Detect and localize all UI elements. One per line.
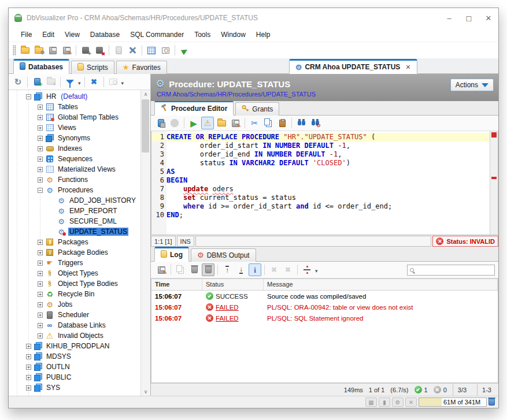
- code-line[interactable]: where id >= order_id_start and id <= ord…: [166, 202, 490, 211]
- find-icon[interactable]: [295, 117, 308, 129]
- expand-icon[interactable]: +: [38, 302, 43, 307]
- expand-icon[interactable]: +: [38, 157, 43, 162]
- code-area[interactable]: CREATE OR REPLACE PROCEDURE "HR"."UPDATE…: [166, 131, 490, 235]
- tree-item-object-types[interactable]: +§Object Types: [9, 268, 140, 278]
- expand-icon[interactable]: +: [38, 333, 43, 339]
- log-row[interactable]: 15:06:07✕FAILEDPL/SQL: ORA-00942: table …: [151, 302, 498, 313]
- export-log-icon[interactable]: [155, 263, 168, 276]
- add-connection-icon[interactable]: [31, 76, 43, 88]
- tab-dbms-output[interactable]: ⚙DBMS Output: [191, 248, 256, 262]
- expand-icon[interactable]: +: [38, 292, 43, 297]
- column-header-time[interactable]: Time: [151, 279, 202, 290]
- open-folder-icon[interactable]: [215, 117, 228, 129]
- log-row[interactable]: 15:06:07✕FAILEDPL/SQL: SQL Statement ign…: [151, 313, 498, 324]
- tree-item-global-temp-tables[interactable]: +Global Temp Tables: [9, 112, 140, 122]
- tree-item-update-status[interactable]: ⚙UPDATE_STATUS: [9, 226, 140, 237]
- tree-item-emp-report[interactable]: ⚙EMP_REPORT: [9, 206, 140, 216]
- connect-icon[interactable]: [79, 44, 92, 57]
- save-edit-icon[interactable]: [60, 44, 73, 57]
- code-line[interactable]: AS: [166, 168, 490, 176]
- dropdown-arrow-icon[interactable]: ▾: [77, 77, 82, 87]
- code-line[interactable]: BEGIN: [166, 176, 490, 185]
- connections-status-icon[interactable]: ▮: [379, 397, 390, 407]
- code-line[interactable]: order_id_start IN NUMBER DEFAULT -1,: [166, 142, 490, 150]
- breadcrumb[interactable]: CRM Ahoa/Schemas/HR/Procedures/UPDATE_ST…: [157, 91, 494, 98]
- warning-toggle-icon[interactable]: ⚠: [201, 117, 214, 129]
- tree-item-packages[interactable]: +Packages: [9, 237, 140, 247]
- actions-button[interactable]: Actions: [450, 79, 494, 91]
- tree-item-procedures[interactable]: −⚙Procedures: [9, 185, 140, 195]
- menu-database[interactable]: Database: [85, 29, 125, 40]
- find-replace-icon[interactable]: [309, 117, 321, 129]
- clear-log-icon[interactable]: [188, 263, 201, 276]
- save-procedure-icon[interactable]: [154, 117, 167, 129]
- code-line[interactable]: END;: [166, 211, 490, 220]
- scroll-down-icon[interactable]: ∨: [144, 389, 148, 395]
- execute-icon[interactable]: ▶: [187, 117, 200, 129]
- expand-icon[interactable]: +: [38, 261, 43, 266]
- menu-edit[interactable]: Edit: [37, 29, 60, 40]
- copy-icon[interactable]: [262, 117, 275, 129]
- tab-scripts[interactable]: Scripts: [71, 61, 114, 74]
- tree-item-triggers[interactable]: +☛Triggers: [9, 258, 140, 268]
- expand-icon[interactable]: +: [38, 281, 43, 287]
- tree-item-outln[interactable]: +OUTLN: [9, 362, 140, 372]
- filter-icon[interactable]: [64, 76, 76, 88]
- code-line[interactable]: status IN VARCHAR2 DEFAULT 'CLOSED'): [166, 159, 490, 168]
- tree-item-invalid-objects[interactable]: +⚠Invalid Objects: [9, 330, 140, 341]
- collapse-all-icon[interactable]: ✖: [88, 76, 101, 88]
- collapse-icon[interactable]: −: [26, 94, 31, 99]
- disconnect-icon[interactable]: [93, 44, 106, 57]
- run-cursor-icon[interactable]: ▶: [178, 44, 191, 57]
- code-line[interactable]: set current_status = status: [166, 194, 490, 202]
- save-edit-icon[interactable]: [229, 117, 242, 129]
- tab-favorites[interactable]: ★Favorites: [116, 61, 167, 74]
- menu-window[interactable]: Window: [216, 29, 251, 40]
- scroll-bottom-icon[interactable]: ↓: [235, 263, 247, 276]
- insert-mode-indicator[interactable]: INS: [177, 236, 194, 247]
- expand-icon[interactable]: +: [38, 271, 43, 276]
- expand-icon[interactable]: +: [38, 115, 43, 120]
- tab-grants[interactable]: Grants: [235, 102, 279, 116]
- column-header-status[interactable]: Status: [202, 279, 264, 290]
- dropdown-arrow-icon[interactable]: ▾: [314, 265, 319, 275]
- expand-icon[interactable]: +: [26, 375, 31, 380]
- tree-item-object-type-bodies[interactable]: +§Object Type Bodies: [9, 278, 140, 289]
- tree-item-functions[interactable]: +⚙Functions: [9, 174, 140, 185]
- scroll-up-icon[interactable]: ∧: [144, 91, 148, 97]
- monitor-icon[interactable]: [159, 44, 172, 57]
- tree-item-scheduler[interactable]: +Scheduler: [9, 310, 140, 320]
- tree-item-hr[interactable]: −HR(Default): [9, 91, 140, 102]
- tree-item-sys[interactable]: +SYS: [9, 382, 140, 393]
- expand-icon[interactable]: +: [38, 125, 43, 131]
- menu-help[interactable]: Help: [251, 29, 276, 40]
- folder-settings-icon[interactable]: [32, 44, 45, 57]
- garbage-collect-icon[interactable]: [489, 399, 495, 406]
- expand-icon[interactable]: +: [38, 177, 43, 183]
- menu-sql-commander[interactable]: SQL Commander: [125, 29, 189, 40]
- expand-icon[interactable]: +: [38, 167, 43, 172]
- tab-log[interactable]: Log: [154, 247, 189, 262]
- error-marker[interactable]: [491, 177, 497, 179]
- grid-status-icon[interactable]: ▦: [365, 397, 377, 407]
- paste-icon[interactable]: [276, 117, 288, 129]
- column-header-message[interactable]: Message: [264, 279, 498, 290]
- expand-icon[interactable]: +: [38, 240, 43, 245]
- tree-item-kihub-prodplan[interactable]: +KIHUB_PRODPLAN: [9, 341, 140, 351]
- expand-icon[interactable]: +: [38, 313, 43, 318]
- tree-item-jobs[interactable]: +⚙Jobs: [9, 299, 140, 310]
- error-marker[interactable]: [491, 132, 497, 137]
- tools-icon[interactable]: [126, 44, 139, 57]
- tab-databases[interactable]: Databases: [13, 59, 69, 74]
- collapse-icon[interactable]: −: [38, 188, 43, 193]
- code-line[interactable]: order_id_end IN NUMBER DEFAULT -1,: [166, 150, 490, 159]
- scroll-top-icon[interactable]: ↑: [221, 263, 234, 276]
- tree-item-public[interactable]: +PUBLIC: [9, 372, 140, 382]
- document-tab-close-icon[interactable]: ✕: [405, 64, 410, 71]
- tree-item-synonyms[interactable]: +Synonyms: [9, 133, 140, 143]
- tree-item-views[interactable]: +Views: [9, 122, 140, 133]
- expand-icon[interactable]: +: [26, 385, 31, 391]
- maximize-button[interactable]: ◻: [459, 8, 479, 28]
- refresh-icon[interactable]: ↻: [12, 76, 24, 88]
- tree-item-materialized-views[interactable]: +Materialized Views: [9, 164, 140, 174]
